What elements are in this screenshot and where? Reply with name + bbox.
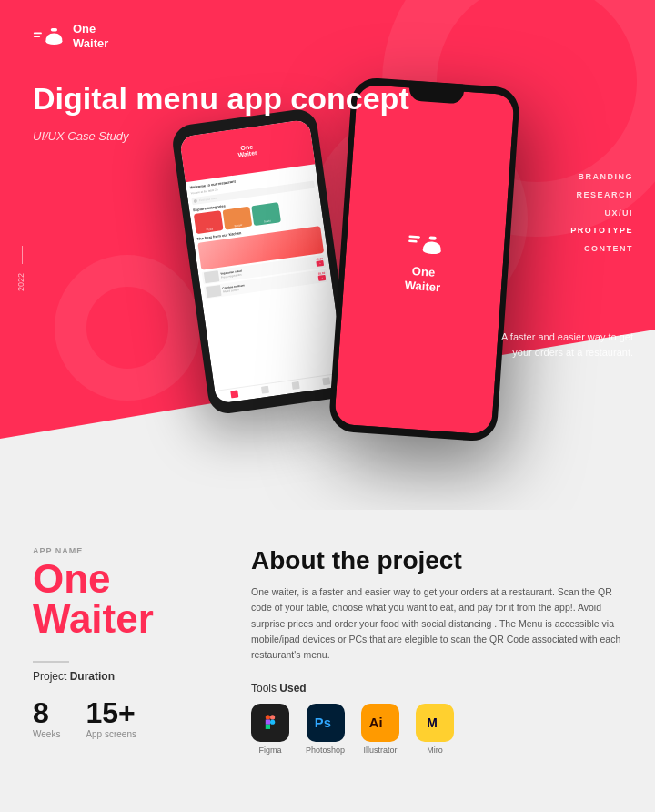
svg-rect-3	[51, 28, 57, 32]
nav-research[interactable]: RESEARCH	[570, 187, 633, 205]
screens-label: App screens	[86, 729, 136, 739]
screens-number: 15+	[86, 697, 136, 729]
svg-line-4	[409, 237, 418, 238]
svg-text:Ps: Ps	[314, 716, 330, 730]
navigation: BRANDING RESEARCH UX/UI PROTOTYPE CONTEN…	[570, 168, 633, 259]
divider	[33, 661, 69, 663]
weeks-label: Weeks	[33, 729, 60, 739]
tool-miro: M Miro	[416, 704, 454, 755]
svg-rect-8	[266, 715, 270, 719]
tool-illustrator: Ai Illustrator	[361, 704, 399, 755]
duration-section: Project Duration 8 Weeks 15+ App screens	[33, 670, 233, 739]
stat-screens: 15+ App screens	[86, 697, 136, 739]
nav-uxui[interactable]: UX/UI	[570, 205, 633, 223]
project-info-row: APP NAME One Waiter Project Duration 8 W…	[33, 546, 622, 755]
svg-rect-9	[270, 715, 275, 719]
about-text: One waiter, is a faster and easier way t…	[251, 584, 622, 664]
miro-icon: M	[416, 704, 454, 742]
svg-rect-7	[428, 237, 436, 241]
tool-figma: Figma	[251, 704, 289, 755]
tool-photoshop: Ps Photoshop	[306, 704, 345, 755]
duration-label: Project Duration	[33, 670, 233, 683]
svg-rect-12	[266, 724, 270, 728]
phone-back-screen: One Waiter Welcome to our restaurant You…	[179, 119, 347, 404]
right-info: About the project One waiter, is a faste…	[251, 546, 622, 755]
phone-front: One Waiter	[328, 76, 521, 442]
lower-section: APP NAME One Waiter Project Duration 8 W…	[0, 510, 655, 812]
tools-label: Tools Used	[251, 682, 622, 695]
phone-back: One Waiter Welcome to our restaurant You…	[170, 107, 355, 416]
illustrator-icon: Ai	[361, 704, 399, 742]
tools-row: Figma Ps Photoshop	[251, 704, 622, 755]
photoshop-label: Photoshop	[306, 746, 345, 755]
hero-subtitle: UI/UX Case Study	[33, 129, 129, 143]
stats-row: 8 Weeks 15+ App screens	[33, 697, 233, 739]
hero-tagline: A faster and easier way to get your orde…	[501, 330, 633, 360]
svg-point-11	[270, 719, 275, 724]
logo-icon	[33, 20, 66, 53]
left-info: APP NAME One Waiter Project Duration 8 W…	[33, 546, 233, 755]
miro-label: Miro	[427, 746, 443, 755]
phones-mockup: One Waiter Welcome to our restaurant You…	[172, 82, 518, 482]
nav-content[interactable]: CONTENT	[570, 240, 633, 259]
figma-label: Figma	[258, 746, 281, 755]
year-line	[22, 246, 23, 264]
stat-weeks: 8 Weeks	[33, 697, 60, 739]
svg-text:M: M	[427, 716, 438, 730]
svg-rect-10	[266, 719, 270, 724]
logo-text: One Waiter	[73, 22, 108, 50]
year-label: 2022	[16, 273, 25, 291]
nav-branding[interactable]: BRANDING	[570, 168, 633, 187]
about-title: About the project	[251, 546, 622, 575]
svg-text:Ai: Ai	[369, 716, 383, 730]
figma-icon	[251, 704, 289, 742]
photoshop-icon: Ps	[307, 704, 345, 742]
hero-section: One Waiter Digital menu app concept UI/U…	[0, 0, 655, 510]
hero-title: Digital menu app concept	[33, 80, 409, 117]
app-name-label: APP NAME	[33, 546, 233, 555]
illustrator-label: Illustrator	[364, 746, 398, 755]
logo: One Waiter	[33, 20, 108, 53]
app-big-name: One Waiter	[33, 559, 233, 639]
nav-prototype[interactable]: PROTOTYPE	[570, 222, 633, 240]
weeks-number: 8	[33, 697, 60, 729]
tools-section: Tools Used	[251, 682, 622, 755]
phone-front-screen: One Waiter	[334, 84, 515, 434]
